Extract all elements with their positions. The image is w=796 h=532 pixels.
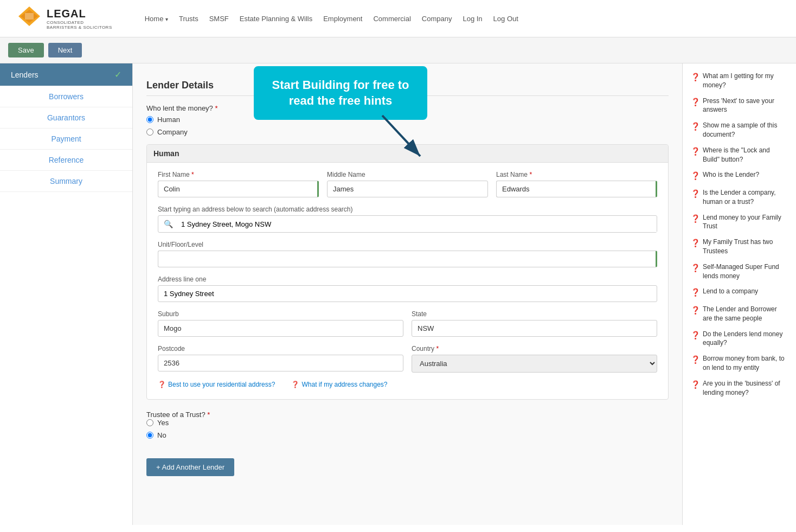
last-name-group: Last Name * — [496, 171, 657, 197]
hint-text-h3: Show me a sample of this document? — [703, 121, 788, 139]
sidebar-item-guarantors[interactable]: Guarantors — [0, 107, 132, 129]
nav-login[interactable]: Log In — [463, 15, 482, 23]
hint-item-h12[interactable]: ❓Do the Lenders lend money equally? — [691, 330, 788, 348]
hint-item-h6[interactable]: ❓Is the Lender a company, human or a tru… — [691, 188, 788, 207]
hint-text-h8: My Family Trust has two Trustees — [703, 238, 788, 256]
hint-icon-h4: ❓ — [691, 146, 700, 157]
postcode-group: Postcode — [158, 345, 403, 373]
sidebar-item-lenders[interactable]: Lenders — [0, 63, 132, 86]
country-select[interactable]: Australia New Zealand United Kingdom Uni… — [412, 355, 657, 373]
postcode-input[interactable] — [158, 355, 403, 371]
hint-icon-h13: ❓ — [691, 355, 700, 366]
hint-icon-h8: ❓ — [691, 238, 700, 249]
main-layout: Lenders Borrowers Guarantors Payment Ref… — [0, 63, 796, 525]
hint-text-h5: Who is the Lender? — [703, 170, 759, 180]
hint-text-h6: Is the Lender a company, human or a trus… — [703, 188, 788, 207]
hint-icon-h6: ❓ — [691, 189, 700, 200]
trustee-label: Trustee of a Trust? * — [146, 411, 210, 419]
hint-text-h7: Lend money to your Family Trust — [703, 213, 788, 232]
hint-item-h1[interactable]: ❓What am I getting for my money? — [691, 72, 788, 90]
human-box: Human First Name * Middle Name — [146, 144, 669, 400]
hint-item-h7[interactable]: ❓Lend money to your Family Trust — [691, 213, 788, 232]
middle-name-input[interactable] — [327, 181, 488, 197]
logo-icon — [16, 5, 42, 31]
sidebar-item-summary[interactable]: Summary — [0, 171, 132, 192]
hint-icon-h11: ❓ — [691, 305, 700, 316]
hint-text-h2: Press 'Next' to save your answers — [703, 97, 788, 115]
hint-item-h2[interactable]: ❓Press 'Next' to save your answers — [691, 97, 788, 115]
hint-item-h5[interactable]: ❓Who is the Lender? — [691, 170, 788, 182]
hint-text-h12: Do the Lenders lend money equally? — [703, 330, 788, 348]
hint-icon-h5: ❓ — [691, 171, 700, 182]
trustee-yes-label[interactable]: Yes — [146, 419, 669, 427]
suburb-state-row: Suburb State — [158, 310, 657, 337]
hint-text-h10: Lend to a company — [703, 287, 758, 296]
sidebar-item-payment[interactable]: Payment — [0, 129, 132, 150]
last-name-input[interactable] — [496, 181, 657, 197]
help-address-changes-link[interactable]: ❓ What if my address changes? — [291, 381, 387, 388]
hint-item-h9[interactable]: ❓Self-Managed Super Fund lends money — [691, 262, 788, 281]
trustee-yes-radio[interactable] — [146, 419, 153, 426]
state-group: State — [412, 310, 657, 337]
hint-item-h4[interactable]: ❓Where is the "Lock and Build" button? — [691, 146, 788, 164]
trustee-section: Trustee of a Trust? * Yes No — [146, 411, 669, 439]
hint-item-h14[interactable]: ❓Are you in the 'business' of lending mo… — [691, 379, 788, 398]
svg-marker-2 — [25, 13, 34, 20]
hints-panel: ❓What am I getting for my money?❓Press '… — [682, 63, 796, 525]
first-name-input[interactable] — [158, 181, 319, 197]
hint-icon-h3: ❓ — [691, 121, 700, 132]
logo-subtitle: BARRISTERS & SOLICITORS — [47, 25, 112, 30]
first-name-label: First Name * — [158, 171, 319, 178]
sidebar-item-borrowers[interactable]: Borrowers — [0, 86, 132, 107]
hint-icon-h14: ❓ — [691, 380, 700, 390]
hint-icon-h12: ❓ — [691, 330, 700, 341]
hint-text-h11: The Lender and Borrower are the same peo… — [703, 305, 788, 323]
hint-icon-h10: ❓ — [691, 287, 700, 298]
nav-employment[interactable]: Employment — [323, 15, 362, 23]
sidebar-item-reference[interactable]: Reference — [0, 150, 132, 171]
suburb-input[interactable] — [158, 320, 403, 337]
search-icon: 🔍 — [158, 216, 178, 232]
hint-item-h13[interactable]: ❓Borrow money from bank, to on lend to m… — [691, 354, 788, 373]
logo: LEGAL CONSOLIDATED BARRISTERS & SOLICITO… — [16, 5, 112, 31]
nav-company[interactable]: Company — [422, 15, 452, 23]
trustee-no-radio[interactable] — [146, 432, 153, 439]
nav-logout[interactable]: Log Out — [493, 15, 518, 23]
last-name-label: Last Name * — [496, 171, 657, 178]
address-search-row[interactable]: 🔍 — [158, 215, 657, 233]
hint-text-h14: Are you in the 'business' of lending mon… — [703, 379, 788, 398]
suburb-label: Suburb — [158, 310, 403, 318]
address-search-label: Start typing an address below to search … — [158, 206, 657, 213]
svg-line-4 — [382, 116, 420, 156]
address-line-one-label: Address line one — [158, 275, 657, 283]
main-nav: Home ▾ Trusts SMSF Estate Planning & Wil… — [145, 15, 780, 23]
hints-list: ❓What am I getting for my money?❓Press '… — [691, 72, 788, 397]
address-line-one-input[interactable] — [158, 285, 657, 302]
hint-item-h3[interactable]: ❓Show me a sample of this document? — [691, 121, 788, 139]
middle-name-label: Middle Name — [327, 171, 488, 178]
state-input[interactable] — [412, 320, 657, 337]
main-content: Start Building for free to read the free… — [133, 63, 682, 525]
next-button[interactable]: Next — [48, 43, 82, 57]
nav-smsf[interactable]: SMSF — [209, 15, 229, 23]
address-search-input[interactable] — [178, 216, 657, 232]
radio-company[interactable] — [146, 129, 153, 136]
logo-consolidated-text: CONSOLIDATED — [47, 20, 112, 25]
radio-human[interactable] — [146, 116, 153, 123]
hint-item-h11[interactable]: ❓The Lender and Borrower are the same pe… — [691, 305, 788, 323]
trustee-no-label[interactable]: No — [146, 431, 669, 439]
hint-item-h10[interactable]: ❓Lend to a company — [691, 287, 788, 298]
unit-floor-input[interactable] — [158, 251, 657, 267]
hint-item-h8[interactable]: ❓My Family Trust has two Trustees — [691, 238, 788, 256]
save-button[interactable]: Save — [8, 43, 44, 57]
home-dropdown-arrow: ▾ — [165, 16, 168, 22]
nav-commercial[interactable]: Commercial — [373, 15, 410, 23]
nav-home[interactable]: Home ▾ — [145, 15, 168, 23]
add-another-lender-button[interactable]: + Add Another Lender — [146, 458, 234, 476]
nav-trusts[interactable]: Trusts — [179, 15, 198, 23]
hint-text-h13: Borrow money from bank, to on lend to my… — [703, 354, 788, 373]
tooltip-bubble: Start Building for free to read the free… — [254, 66, 427, 120]
nav-estate[interactable]: Estate Planning & Wills — [240, 15, 312, 23]
help-residential-link[interactable]: ❓ Best to use your residential address? — [158, 381, 275, 388]
postcode-country-row: Postcode Country * Australia New Zealand… — [158, 345, 657, 373]
